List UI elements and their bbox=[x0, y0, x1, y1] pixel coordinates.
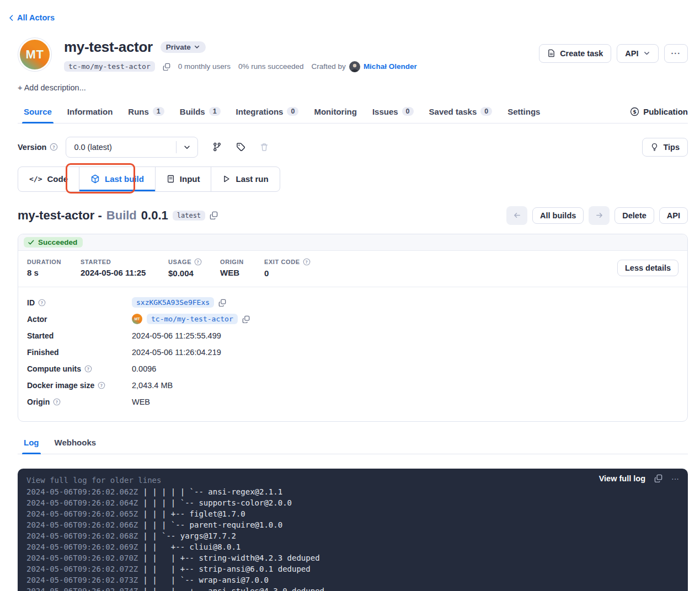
main-tab[interactable]: Issues 0 bbox=[366, 102, 420, 123]
svg-text:?: ? bbox=[87, 366, 89, 371]
copy-icon[interactable] bbox=[242, 315, 250, 323]
page-title: my-test-actor bbox=[64, 39, 153, 56]
subtab-input[interactable]: Input bbox=[156, 167, 212, 191]
main-tab[interactable]: Runs 1 bbox=[122, 102, 170, 123]
detail-row-actor: Actor MT tc-mo/my-test-actor bbox=[27, 311, 678, 327]
more-actions-button[interactable]: ··· bbox=[664, 44, 688, 63]
stat-duration: DURATION 8 s bbox=[27, 259, 81, 277]
arrow-left-icon bbox=[513, 211, 521, 219]
build-log-terminal: View full log for older lines 2024-05-06… bbox=[18, 469, 688, 591]
subtab-last-build[interactable]: Last build bbox=[79, 167, 156, 191]
tips-button[interactable]: Tips bbox=[642, 138, 688, 157]
chevron-down-icon bbox=[194, 44, 200, 50]
latest-badge: latest bbox=[173, 211, 205, 221]
svg-text:?: ? bbox=[53, 145, 56, 150]
tab-label: Settings bbox=[507, 107, 540, 116]
version-label: Version bbox=[18, 143, 46, 152]
log-line: 2024-05-06T09:26:02.069Z| | +-- cliui@8.… bbox=[26, 541, 679, 552]
svg-text:?: ? bbox=[305, 259, 308, 264]
tab-count-badge: 1 bbox=[209, 107, 221, 116]
code-icon: </> bbox=[29, 175, 42, 183]
main-tab[interactable]: Information bbox=[61, 102, 119, 123]
chevron-left-icon bbox=[8, 14, 15, 22]
detail-row-origin: Origin ? WEB bbox=[27, 394, 678, 410]
main-tab[interactable]: Integrations 0 bbox=[230, 102, 305, 123]
log-line: 2024-05-06T09:26:02.070Z| | | +-- string… bbox=[26, 552, 679, 563]
copy-icon[interactable] bbox=[163, 63, 170, 71]
tab-label: Information bbox=[67, 107, 113, 116]
copy-icon[interactable] bbox=[218, 299, 226, 307]
detail-row-compute-units: Compute units ? 0.0096 bbox=[27, 361, 678, 377]
api-dropdown-button[interactable]: API bbox=[617, 44, 658, 63]
git-branch-icon[interactable] bbox=[212, 142, 222, 152]
previous-build-button[interactable] bbox=[506, 206, 527, 225]
visibility-dropdown[interactable]: Private bbox=[161, 41, 206, 53]
help-icon[interactable]: ? bbox=[38, 299, 46, 307]
main-tab[interactable]: Builds 1 bbox=[174, 102, 227, 123]
main-tab[interactable]: Monitoring bbox=[308, 102, 362, 123]
svg-text:?: ? bbox=[56, 399, 58, 404]
create-task-button[interactable]: Create task bbox=[539, 44, 611, 63]
tab-label: Builds bbox=[180, 107, 205, 116]
stat-exit-code: EXIT CODE ? 0 bbox=[264, 258, 311, 278]
build-title: my-test-actor - Build 0.0.1 latest bbox=[18, 208, 218, 223]
log-line: 2024-05-06T09:26:02.065Z| | | +-- figlet… bbox=[26, 508, 679, 519]
detail-row-started: Started 2024-05-06 11:25:55.499 bbox=[27, 327, 678, 344]
log-line: 2024-05-06T09:26:02.064Z| | | | `-- supp… bbox=[26, 497, 679, 508]
all-actors-label: All Actors bbox=[17, 13, 55, 22]
publication-link[interactable]: $ Publication bbox=[630, 107, 688, 118]
tab-log[interactable]: Log bbox=[18, 433, 45, 454]
tab-label: Issues bbox=[372, 107, 398, 116]
log-tabbar: Log Webhooks bbox=[18, 433, 688, 454]
tag-icon[interactable] bbox=[236, 142, 245, 152]
trash-icon[interactable] bbox=[260, 143, 269, 152]
log-line: 2024-05-06T09:26:02.068Z| | `-- yargs@17… bbox=[26, 530, 679, 541]
main-tabbar: Source Information Runs 1 Builds 1 bbox=[18, 102, 688, 123]
help-icon[interactable]: ? bbox=[50, 143, 58, 151]
all-builds-button[interactable]: All builds bbox=[532, 207, 584, 224]
actor-handle: tc-mo/my-test-actor bbox=[64, 61, 155, 72]
all-actors-back-link[interactable]: All Actors bbox=[8, 13, 55, 22]
svg-text:?: ? bbox=[197, 259, 200, 264]
main-tab[interactable]: Saved tasks 0 bbox=[423, 102, 499, 123]
subtab-last-run[interactable]: Last run bbox=[211, 167, 279, 191]
copy-icon[interactable] bbox=[210, 211, 218, 219]
main-tab[interactable]: Source bbox=[18, 102, 58, 123]
help-icon[interactable]: ? bbox=[98, 382, 105, 389]
subtab-code[interactable]: </> Code bbox=[18, 167, 79, 191]
svg-text:?: ? bbox=[41, 300, 43, 305]
help-icon[interactable]: ? bbox=[194, 258, 202, 266]
stat-usage: USAGE ? $0.004 bbox=[168, 258, 220, 278]
tab-webhooks[interactable]: Webhooks bbox=[49, 433, 103, 454]
tab-count-badge: 0 bbox=[287, 107, 298, 116]
chevron-down-icon bbox=[177, 143, 197, 151]
actor-link-pill[interactable]: tc-mo/my-test-actor bbox=[147, 314, 238, 324]
main-tab[interactable]: Settings bbox=[501, 102, 546, 123]
help-icon[interactable]: ? bbox=[303, 258, 311, 266]
build-api-button[interactable]: API bbox=[659, 207, 688, 224]
source-subtabs: </> Code Last build Input Last run bbox=[18, 166, 280, 192]
stat-started: STARTED 2024-05-06 11:25 bbox=[81, 259, 168, 277]
view-full-log-button[interactable]: View full log bbox=[599, 474, 645, 483]
arrow-right-icon bbox=[595, 211, 603, 219]
svg-text:?: ? bbox=[100, 383, 103, 388]
help-icon[interactable]: ? bbox=[53, 398, 61, 406]
add-description-link[interactable]: + Add description... bbox=[18, 83, 688, 92]
crafted-by-label: Crafted by bbox=[312, 62, 346, 71]
copy-icon[interactable] bbox=[654, 474, 662, 482]
build-id-value: sxzKGK5A93Se9FExs bbox=[132, 297, 214, 308]
delete-button[interactable]: Delete bbox=[614, 207, 654, 224]
next-build-button[interactable] bbox=[589, 206, 610, 225]
status-badge: Succeeded bbox=[24, 237, 83, 248]
log-line: 2024-05-06T09:26:02.074Z| | | +-- ansi-s… bbox=[26, 585, 679, 591]
log-more-icon[interactable]: ··· bbox=[671, 474, 679, 483]
less-details-button[interactable]: Less details bbox=[617, 260, 678, 276]
detail-row-docker-image-size: Docker image size ? 2,043.4 MB bbox=[27, 377, 678, 394]
version-row: Version ? 0.0 (latest) bbox=[18, 137, 688, 158]
tab-label: Source bbox=[24, 107, 52, 116]
detail-row-id: ID ? sxzKGK5A93Se9FExs bbox=[27, 294, 678, 311]
author-link[interactable]: Michał Olender bbox=[364, 62, 417, 71]
view-older-lines-link[interactable]: View full log for older lines bbox=[26, 474, 679, 486]
version-select[interactable]: 0.0 (latest) bbox=[66, 137, 198, 158]
help-icon[interactable]: ? bbox=[84, 365, 92, 373]
